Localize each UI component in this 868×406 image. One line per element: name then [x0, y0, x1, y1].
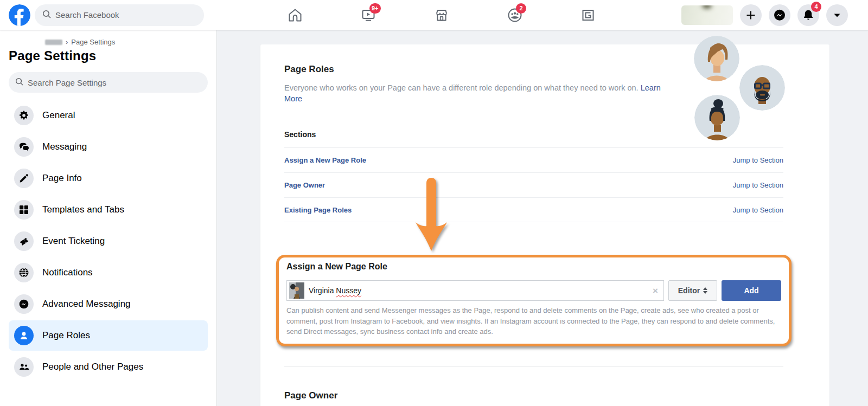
assign-section-heading: Assign a New Page Role: [286, 262, 781, 272]
messenger-icon: [773, 9, 786, 22]
section-row-existing-roles: Existing Page Roles Jump to Section: [284, 197, 783, 222]
tab-home[interactable]: [287, 7, 303, 23]
sections-list: Assign a New Page Role Jump to Section P…: [284, 147, 783, 222]
user-icon: [14, 326, 34, 345]
tab-groups[interactable]: 2: [507, 7, 523, 23]
sidebar-item-label: People and Other Pages: [42, 362, 143, 372]
person-name: Virginia Nussey: [309, 286, 361, 295]
nav-center-tabs: 9+ 2: [209, 7, 674, 23]
grid-icon: [14, 200, 34, 220]
nav-left-group: [0, 4, 217, 26]
jump-to-section-link[interactable]: Jump to Section: [733, 181, 783, 189]
top-navigation-bar: 9+ 2: [0, 0, 868, 30]
page-owner-link[interactable]: Page Owner: [284, 181, 325, 189]
chat-bubbles-icon: [14, 137, 34, 157]
section-row-page-owner: Page Owner Jump to Section: [284, 172, 783, 197]
sidebar-item-page-roles[interactable]: Page Roles: [9, 320, 208, 351]
page-title: Page Settings: [9, 48, 208, 63]
avatar-illustration-woman-bun: [694, 95, 740, 140]
sidebar-item-label: Notifications: [42, 267, 93, 278]
sidebar-item-event-ticketing[interactable]: Event Ticketing: [9, 226, 208, 256]
assign-new-page-role-section-highlighted: Assign a New Page Role Virginia Nussey ×…: [276, 255, 792, 346]
tab-marketplace[interactable]: [433, 7, 450, 23]
search-icon: [42, 10, 51, 21]
person-avatar-thumbnail: [289, 282, 304, 299]
sidebar-item-advanced-messaging[interactable]: Advanced Messaging: [9, 289, 208, 319]
notifications-badge: 4: [811, 2, 821, 12]
facebook-logo[interactable]: [9, 4, 30, 26]
notifications-button[interactable]: 4: [797, 4, 819, 26]
add-button[interactable]: Add: [722, 280, 781, 301]
search-icon: [15, 78, 23, 88]
jump-to-section-link[interactable]: Jump to Section: [733, 156, 783, 164]
sidebar-item-general[interactable]: General: [9, 100, 208, 131]
globe-icon: [14, 263, 34, 282]
avatar-illustration-man-glasses: [739, 65, 785, 111]
person-search-input[interactable]: Virginia Nussey ×: [286, 280, 664, 301]
assign-new-page-role-link[interactable]: Assign a New Page Role: [284, 156, 366, 164]
sidebar-item-people-other-pages[interactable]: People and Other Pages: [9, 352, 208, 382]
people-icon: [14, 357, 34, 377]
nav-right-group: 4: [681, 4, 868, 26]
messenger-button[interactable]: [769, 4, 790, 26]
avatar-illustration-woman-bob: [694, 36, 739, 81]
sidebar-item-label: Page Roles: [42, 330, 90, 341]
jump-to-section-link[interactable]: Jump to Section: [733, 206, 783, 214]
plus-icon: [745, 10, 756, 21]
ticket-icon: [14, 231, 34, 251]
profile-name-blurred[interactable]: [681, 5, 733, 25]
breadcrumb-current: Page Settings: [71, 38, 115, 46]
create-button[interactable]: [740, 4, 762, 26]
breadcrumb-separator: ›: [66, 38, 68, 46]
page-roles-description: Everyone who works on your Page can have…: [284, 82, 664, 104]
gear-icon: [14, 106, 34, 125]
marketplace-icon: [434, 8, 449, 23]
sidebar-item-label: Templates and Tabs: [42, 204, 124, 215]
description-text: Everyone who works on your Page can have…: [284, 83, 639, 92]
chevron-down-icon: [832, 10, 843, 21]
tab-watch[interactable]: 9+: [360, 7, 376, 23]
section-heading-page-owner: Page Owner: [284, 390, 783, 401]
settings-search-bar[interactable]: [9, 72, 208, 93]
clear-icon[interactable]: ×: [653, 286, 658, 295]
existing-page-roles-link[interactable]: Existing Page Roles: [284, 206, 352, 214]
settings-sidebar: › Page Settings Page Settings General: [0, 30, 217, 406]
section-row-assign: Assign a New Page Role Jump to Section: [284, 147, 783, 172]
pencil-icon: [14, 169, 34, 188]
search-input[interactable]: [55, 10, 196, 20]
role-permissions-description: Can publish content and send Messenger m…: [286, 305, 781, 337]
sidebar-item-label: Advanced Messaging: [42, 299, 131, 310]
breadcrumb: › Page Settings: [9, 38, 208, 46]
tab-gaming[interactable]: [580, 7, 596, 23]
facebook-search-bar[interactable]: [35, 4, 204, 26]
sort-arrows-icon: [703, 287, 707, 294]
breadcrumb-page-name-blurred[interactable]: [45, 40, 62, 45]
messenger-icon: [14, 294, 34, 314]
account-menu-button[interactable]: [826, 4, 848, 26]
gaming-icon: [580, 8, 596, 23]
sidebar-item-label: Event Ticketing: [42, 236, 105, 247]
home-icon: [288, 8, 303, 23]
sidebar-item-label: Page Info: [42, 173, 82, 184]
role-selected-value: Editor: [678, 286, 700, 295]
sidebar-item-label: General: [42, 110, 75, 121]
settings-search-input[interactable]: [28, 78, 201, 87]
assign-input-row: Virginia Nussey × Editor Add: [286, 280, 781, 301]
sidebar-item-messaging[interactable]: Messaging: [9, 132, 208, 162]
sidebar-item-label: Messaging: [42, 141, 87, 152]
role-select-dropdown[interactable]: Editor: [668, 280, 717, 301]
sidebar-item-notifications[interactable]: Notifications: [9, 257, 208, 288]
sidebar-item-page-info[interactable]: Page Info: [9, 163, 208, 194]
sidebar-item-templates-tabs[interactable]: Templates and Tabs: [9, 195, 208, 225]
groups-badge: 2: [516, 3, 526, 14]
settings-menu: General Messaging Page Info: [9, 100, 208, 382]
divider: [284, 366, 783, 366]
watch-badge: 9+: [369, 3, 381, 14]
